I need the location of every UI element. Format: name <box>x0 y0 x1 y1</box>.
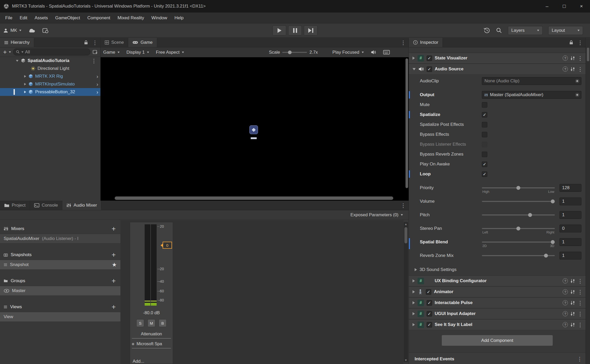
component-enabled-checkbox[interactable] <box>426 289 431 295</box>
step-button[interactable] <box>304 26 317 35</box>
create-menu-button[interactable]: + <box>3 49 7 55</box>
tab-game[interactable]: Game <box>128 38 157 47</box>
help-icon[interactable]: ? <box>563 300 568 305</box>
add-component-button[interactable]: Add Component <box>441 335 553 346</box>
add-group-button[interactable]: + <box>112 277 116 285</box>
foldout-closed-icon[interactable] <box>413 290 415 293</box>
game-target-dropdown[interactable]: Game <box>103 50 120 55</box>
object-picker-icon[interactable] <box>575 78 580 84</box>
menu-mixed-reality[interactable]: Mixed Reality <box>114 15 148 21</box>
menu-help[interactable]: Help <box>171 15 187 21</box>
spatial-blend-field[interactable]: 1 <box>560 238 581 246</box>
component-header-state-visualizer[interactable]: # State Visualizer ? ⋮ <box>409 53 586 64</box>
help-icon[interactable]: ? <box>563 55 568 61</box>
spatialize-post-effects-checkbox[interactable] <box>482 122 487 127</box>
layers-dropdown[interactable]: Layers <box>508 26 543 35</box>
component-menu-icon[interactable]: ⋮ <box>577 300 583 306</box>
tree-row[interactable]: MRTK XR Rig › <box>0 72 100 80</box>
slider-thumb[interactable] <box>517 227 520 231</box>
foldout-closed-icon[interactable] <box>413 312 415 315</box>
scene-row[interactable]: SpatialAudioTutoria ⋮ <box>0 57 100 65</box>
bottom-panel-menu-icon[interactable]: ⋮ <box>401 203 406 208</box>
slider-thumb[interactable] <box>528 213 532 217</box>
star-icon[interactable]: ★ <box>112 262 117 268</box>
bypass-effects-checkbox[interactable] <box>482 132 487 137</box>
inspector-menu-icon[interactable]: ⋮ <box>577 40 583 45</box>
scale-slider-thumb[interactable] <box>288 51 292 54</box>
component-header-animator[interactable]: Animator ? ⋮ <box>409 286 586 297</box>
game-viewport[interactable] <box>101 57 409 201</box>
priority-field[interactable]: 128 <box>560 184 581 192</box>
section-menu-icon[interactable]: ⋮ <box>577 356 582 362</box>
maximize-button[interactable]: □ <box>556 0 573 13</box>
volume-field[interactable]: 1 <box>560 198 581 205</box>
mute-button[interactable]: M <box>148 319 155 327</box>
mixer-scrollbar[interactable]: ▲ ▼ <box>404 222 408 362</box>
help-icon[interactable]: ? <box>563 278 568 283</box>
prefab-open-icon[interactable]: › <box>96 73 98 79</box>
presets-icon[interactable] <box>570 323 575 327</box>
presets-icon[interactable] <box>570 67 575 71</box>
menu-file[interactable]: File <box>2 15 16 21</box>
hierarchy-search-input[interactable]: All <box>13 48 90 55</box>
presets-icon[interactable] <box>570 279 575 283</box>
slider-thumb[interactable] <box>544 254 548 258</box>
component-enabled-checkbox[interactable] <box>427 66 432 72</box>
view-row[interactable]: View <box>0 312 120 322</box>
stereo-pan-slider[interactable]: Left Right <box>482 228 555 229</box>
close-button[interactable]: × <box>573 0 590 13</box>
presets-icon[interactable] <box>570 301 575 305</box>
solo-button[interactable]: S <box>136 319 144 327</box>
hierarchy-menu-icon[interactable]: ⋮ <box>92 40 98 45</box>
tab-console[interactable]: Console <box>30 201 62 210</box>
foldout-open-icon[interactable] <box>413 68 416 70</box>
scene-picker-icon[interactable] <box>93 50 98 55</box>
add-view-button[interactable]: + <box>112 304 116 311</box>
tab-inspector[interactable]: Inspector <box>409 38 443 47</box>
component-header-ux-binding[interactable]: # UX Binding Configurator ? ⋮ <box>409 275 586 286</box>
inspector-scrollbar[interactable] <box>586 38 590 364</box>
account-dropdown[interactable]: MK <box>3 28 21 33</box>
component-menu-icon[interactable]: ⋮ <box>577 278 583 284</box>
add-effect-button[interactable]: Add... <box>133 359 144 364</box>
component-menu-icon[interactable]: ⋮ <box>577 311 583 317</box>
aspect-dropdown[interactable]: Free Aspect <box>156 50 184 55</box>
play-on-awake-checkbox[interactable] <box>482 162 487 167</box>
menu-edit[interactable]: Edit <box>16 15 31 21</box>
undo-history-icon[interactable] <box>483 27 490 34</box>
foldout-closed-icon[interactable] <box>413 279 415 282</box>
3d-sound-settings-foldout[interactable]: 3D Sound Settings <box>409 264 586 275</box>
scrollbar-thumb[interactable] <box>404 227 407 243</box>
help-icon[interactable]: ? <box>563 311 568 316</box>
search-icon[interactable] <box>496 27 502 34</box>
minimize-button[interactable]: – <box>538 0 556 13</box>
scale-slider[interactable] <box>282 52 307 53</box>
help-icon[interactable]: ? <box>563 289 568 294</box>
foldout-closed-icon[interactable] <box>413 301 415 304</box>
exposed-parameters-dropdown[interactable]: Exposed Parameters (0) <box>351 212 398 218</box>
intercepted-events-header[interactable]: Intercepted Events ⋮ <box>409 352 586 364</box>
component-menu-icon[interactable]: ⋮ <box>577 322 583 328</box>
scrollbar-thumb[interactable] <box>587 48 589 61</box>
audioclip-object-field[interactable]: None (Audio Clip) <box>482 77 581 85</box>
component-enabled-checkbox[interactable] <box>427 55 432 61</box>
component-menu-icon[interactable]: ⋮ <box>577 55 583 61</box>
object-picker-icon[interactable] <box>575 92 580 97</box>
eye-icon[interactable] <box>4 289 9 293</box>
scene-menu-icon[interactable]: ⋮ <box>91 58 97 64</box>
scroll-down-icon[interactable]: ▼ <box>404 359 408 362</box>
component-header-see-it-say-it[interactable]: # See It Say It Label ? ⋮ <box>409 319 586 330</box>
mute-audio-icon[interactable] <box>371 50 376 55</box>
spatialize-checkbox[interactable] <box>482 112 487 118</box>
group-row[interactable]: Master <box>0 286 120 296</box>
reverb-zone-mix-slider[interactable] <box>482 255 555 256</box>
attenuation-unit[interactable]: Attenuation <box>132 332 171 338</box>
tree-row-selected[interactable]: PressableButton_32 › <box>0 88 100 96</box>
spatial-blend-slider[interactable]: 2D 3D <box>482 242 555 243</box>
component-header-audio-source[interactable]: Audio Source ? ⋮ <box>409 64 586 75</box>
add-mixer-button[interactable]: + <box>112 225 116 232</box>
menu-window[interactable]: Window <box>148 15 171 21</box>
volume-fader-handle[interactable]: 0 <box>163 242 172 249</box>
tab-hierarchy[interactable]: Hierarchy <box>0 38 34 47</box>
menu-assets[interactable]: Assets <box>31 15 52 21</box>
